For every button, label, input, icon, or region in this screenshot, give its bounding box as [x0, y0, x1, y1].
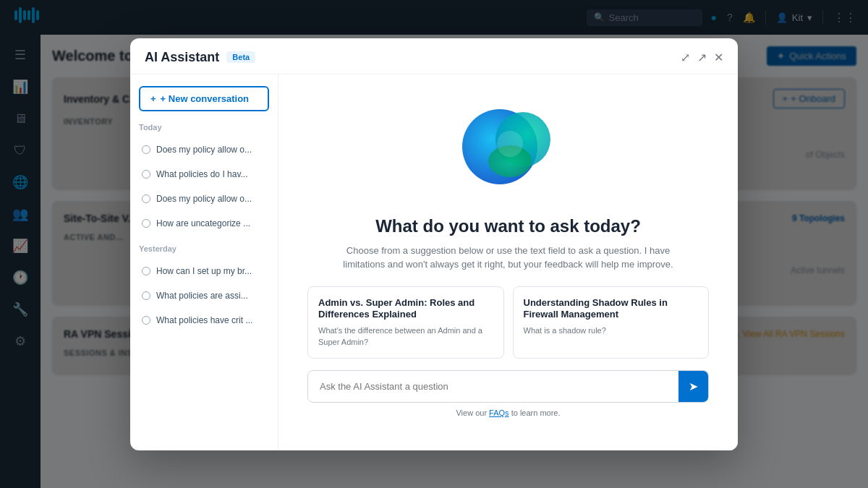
suggestion-card-desc-0: What's the difference between an Admin a… — [318, 325, 493, 348]
conv-item-text: How are uncategorize ... — [156, 218, 250, 228]
main-subtitle-text: Choose from a suggestion below or use th… — [335, 244, 682, 272]
svg-point-9 — [497, 131, 523, 157]
send-icon: ➤ — [689, 380, 698, 393]
faq-link-text: View our FAQs to learn more. — [456, 408, 560, 417]
chat-input[interactable] — [308, 372, 678, 401]
conv-item-text: What policies have crit ... — [156, 315, 252, 325]
conv-dot — [142, 267, 150, 275]
conv-item-text: What policies are assi... — [156, 291, 248, 301]
suggestion-card-title-0: Admin vs. Super Admin: Roles and Differe… — [318, 297, 493, 322]
suggestion-cards: Admin vs. Super Admin: Roles and Differe… — [307, 286, 709, 359]
conv-item-yesterday-2[interactable]: What policies have crit ... — [139, 311, 269, 330]
ai-chat-panel: What do you want to ask today? Choose fr… — [278, 74, 738, 450]
conv-dot — [142, 145, 150, 154]
beta-badge: Beta — [226, 51, 255, 63]
suggestion-card-title-1: Understanding Shadow Rules in Firewall M… — [524, 297, 699, 322]
yesterday-group-label: Yesterday — [139, 244, 269, 253]
conv-dot — [142, 316, 150, 325]
new-conversation-button[interactable]: + + New conversation — [139, 86, 269, 111]
chat-submit-button[interactable]: ➤ — [678, 371, 708, 402]
ai-logo — [451, 89, 566, 205]
conv-item-text: How can I set up my br... — [156, 266, 252, 276]
conv-item-text: Does my policy allow o... — [156, 145, 252, 155]
suggestion-card-1[interactable]: Understanding Shadow Rules in Firewall M… — [513, 286, 710, 359]
modal-header-actions: ⤢ ↗ ✕ — [681, 51, 723, 64]
modal-title: AI Assistant — [145, 50, 219, 65]
share-icon[interactable]: ↗ — [697, 51, 707, 64]
main-question-text: What do you want to ask today? — [375, 216, 641, 236]
today-group-label: Today — [139, 123, 269, 132]
conv-item-text: Does my policy allow o... — [156, 194, 252, 204]
conv-dot — [142, 219, 150, 228]
conv-item-text: What policies do I hav... — [156, 169, 248, 179]
conv-item-today-2[interactable]: Does my policy allow o... — [139, 189, 269, 208]
plus-icon: + — [150, 93, 156, 104]
chat-input-wrapper: ➤ — [307, 370, 709, 403]
faq-link[interactable]: FAQs — [489, 408, 509, 417]
modal-header: AI Assistant Beta ⤢ ↗ ✕ — [130, 38, 738, 74]
conv-dot — [142, 194, 150, 203]
modal-body: + + New conversation Today Does my polic… — [130, 74, 738, 450]
expand-icon[interactable]: ⤢ — [681, 51, 690, 64]
suggestion-card-desc-1: What is a shadow rule? — [524, 325, 699, 336]
suggestion-card-0[interactable]: Admin vs. Super Admin: Roles and Differe… — [307, 286, 504, 359]
conv-item-today-3[interactable]: How are uncategorize ... — [139, 214, 269, 233]
conv-item-today-0[interactable]: Does my policy allow o... — [139, 140, 269, 159]
conv-item-yesterday-1[interactable]: What policies are assi... — [139, 286, 269, 305]
ai-assistant-modal: AI Assistant Beta ⤢ ↗ ✕ + + New conversa… — [130, 38, 738, 450]
modal-overlay[interactable]: AI Assistant Beta ⤢ ↗ ✕ + + New conversa… — [0, 0, 868, 488]
conv-dot — [142, 170, 150, 179]
conv-item-today-1[interactable]: What policies do I hav... — [139, 165, 269, 184]
conversation-list-panel: + + New conversation Today Does my polic… — [130, 74, 278, 450]
conv-item-yesterday-0[interactable]: How can I set up my br... — [139, 262, 269, 281]
close-icon[interactable]: ✕ — [714, 51, 723, 64]
conv-dot — [142, 291, 150, 300]
